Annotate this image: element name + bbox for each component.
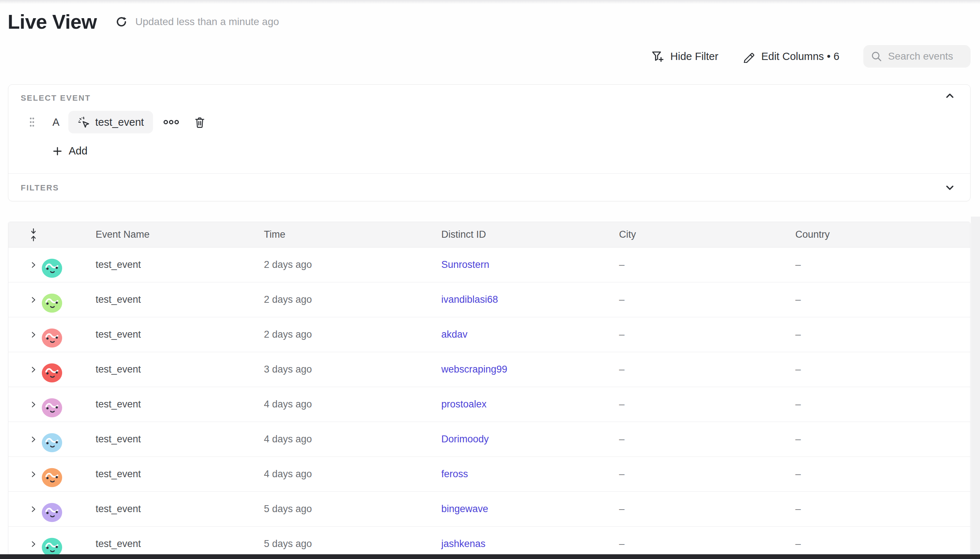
filters-label: FILTERS [21,183,59,193]
refresh-button[interactable] [114,15,129,29]
cell-city: – [619,538,795,549]
expand-row-button[interactable] [28,399,39,410]
cell-city: – [619,329,795,340]
cell-event-name: test_event [96,503,264,515]
cell-city: – [619,399,795,410]
chevron-right-icon [29,504,38,514]
cell-city: – [619,433,795,445]
expand-row-button[interactable] [28,294,39,305]
edit-columns-button[interactable]: Edit Columns • 6 [742,50,840,63]
cell-time: 4 days ago [264,468,441,480]
column-header-distinct-id[interactable]: Distinct ID [441,229,619,240]
cell-event-name: test_event [96,468,264,480]
cell-time: 2 days ago [264,329,441,340]
page-header: Live View Updated less than a minute ago [8,10,279,33]
column-header-city[interactable]: City [619,229,795,240]
cell-event-name: test_event [96,329,264,340]
cell-event-name: test_event [96,294,264,305]
expand-row-button[interactable] [28,504,39,515]
event-selector-chip[interactable]: test_event [68,111,153,133]
expand-row-button[interactable] [28,539,39,549]
expand-row-button[interactable] [28,434,39,445]
cell-city: – [619,364,795,375]
collapse-all-rows-button[interactable] [30,228,38,242]
cell-time: 5 days ago [264,503,441,515]
plus-icon [52,146,63,156]
table-row: test_event 2 days ago ivandiblasi68 – – [8,283,970,317]
cell-country: – [795,538,970,549]
user-avatar [41,293,96,313]
cell-city: – [619,503,795,515]
chevron-right-icon [29,330,38,339]
user-avatar [41,258,96,278]
hide-filter-button[interactable]: Hide Filter [651,50,718,63]
cell-country: – [795,329,970,340]
table-row: test_event 2 days ago akdav – – [8,317,970,352]
expand-row-button[interactable] [28,260,39,270]
table-body: test_event 2 days ago Sunrostern – – [8,248,970,559]
expand-row-button[interactable] [28,329,39,340]
table-row: test_event 4 days ago feross – – [8,457,970,492]
drag-handle-icon[interactable] [29,117,35,127]
scrollbar-gutter[interactable] [971,217,980,555]
cell-distinct-id-link[interactable]: akdav [441,329,619,340]
cell-country: – [795,364,970,375]
cell-country: – [795,294,970,305]
expand-filters-button[interactable] [942,181,957,194]
cell-distinct-id-link[interactable]: jashkenas [441,538,619,549]
user-avatar [41,467,96,488]
cell-distinct-id-link[interactable]: Sunrostern [441,259,619,270]
table-row: test_event 4 days ago prostoalex – – [8,387,970,422]
user-avatar [41,398,96,418]
bottom-edge-bar [0,554,980,559]
expand-row-button[interactable] [28,469,39,480]
more-options-button[interactable] [163,117,179,127]
collapse-section-button[interactable] [942,90,957,102]
add-event-button[interactable]: Add [52,145,88,157]
cell-distinct-id-link[interactable]: ivandiblasi68 [441,294,619,305]
user-avatar [41,328,96,348]
cell-time: 5 days ago [264,538,441,549]
table-header-row: Event Name Time Distinct ID City Country [8,222,970,248]
cell-country: – [795,259,970,270]
user-avatar [41,502,96,523]
search-events-box[interactable] [863,45,970,68]
selected-event-name: test_event [95,116,144,128]
edit-columns-label: Edit Columns • 6 [761,51,840,63]
table-row: test_event 5 days ago bingewave – – [8,492,970,527]
series-letter: A [51,116,60,128]
cell-distinct-id-link[interactable]: feross [441,468,619,480]
table-row: test_event 3 days ago webscraping99 – – [8,352,970,387]
expand-row-button[interactable] [28,364,39,375]
event-query-row: A test_event [8,111,206,133]
page-title: Live View [8,10,97,33]
cell-country: – [795,433,970,445]
cell-country: – [795,503,970,515]
cell-time: 2 days ago [264,259,441,270]
column-header-event-name[interactable]: Event Name [96,229,264,240]
cell-time: 2 days ago [264,294,441,305]
select-event-label: SELECT EVENT [21,93,91,103]
cell-time: 3 days ago [264,364,441,375]
search-events-input[interactable] [888,51,963,62]
chevron-right-icon [29,539,38,549]
cell-distinct-id-link[interactable]: Dorimoody [441,433,619,445]
chevron-down-icon [944,182,955,193]
column-header-country[interactable]: Country [795,229,970,240]
filters-section[interactable]: FILTERS [8,174,970,201]
add-event-label: Add [69,145,88,157]
filter-plus-icon [651,50,664,63]
cell-event-name: test_event [96,259,264,270]
cell-distinct-id-link[interactable]: bingewave [441,503,619,515]
user-avatar [41,433,96,453]
cell-distinct-id-link[interactable]: webscraping99 [441,364,619,375]
toolbar: Hide Filter Edit Columns • 6 [651,44,970,68]
cursor-click-icon [78,116,90,129]
column-header-time[interactable]: Time [264,229,441,240]
chevron-right-icon [29,435,38,444]
cell-event-name: test_event [96,433,264,445]
delete-event-button[interactable] [194,116,206,128]
collapse-vertical-icon [30,228,38,242]
cell-distinct-id-link[interactable]: prostoalex [441,399,619,410]
cell-event-name: test_event [96,399,264,410]
